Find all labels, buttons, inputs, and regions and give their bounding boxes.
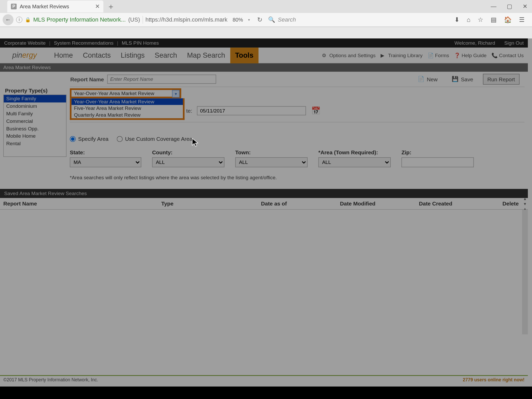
col-date-as-of[interactable]: Date as of bbox=[258, 201, 337, 207]
area-note: *Area searches will only reflect listing… bbox=[70, 175, 524, 181]
county-select[interactable]: ALL bbox=[152, 157, 224, 167]
logo[interactable]: pinergy bbox=[0, 51, 49, 60]
property-type-item[interactable]: Mobile Home bbox=[4, 132, 66, 140]
tab-title: Area Market Reviews bbox=[20, 4, 69, 10]
date-input[interactable] bbox=[197, 106, 306, 115]
black-fill bbox=[0, 387, 532, 399]
dropdown-option[interactable]: Five-Year Area Market Review bbox=[71, 105, 183, 112]
area-select[interactable]: ALL bbox=[318, 157, 391, 167]
phone-icon: 📞 bbox=[491, 52, 497, 58]
gear-icon: ⚙ bbox=[322, 52, 328, 58]
property-type-item[interactable]: Business Opp. bbox=[4, 125, 66, 132]
topbar-welcome: Welcome, Richard bbox=[455, 40, 495, 46]
report-name-label: Report Name bbox=[8, 76, 104, 82]
col-delete: Delete bbox=[493, 201, 522, 207]
col-date-created[interactable]: Date Created bbox=[416, 201, 493, 207]
browser-chrome: P Area Market Reviews ✕ ＋ — ▢ ✕ ← i 🔒 ML… bbox=[0, 0, 532, 38]
browser-search[interactable]: 🔍 Search bbox=[265, 16, 451, 23]
dropdown-list: Year-Over-Year Area Market ReviewFive-Ye… bbox=[70, 98, 185, 120]
separator bbox=[143, 16, 143, 24]
close-window-icon[interactable]: ✕ bbox=[523, 3, 527, 10]
run-report-button[interactable]: Run Report bbox=[483, 74, 520, 85]
menu-icon[interactable]: ☰ bbox=[519, 16, 525, 23]
lock-icon: 🔒 bbox=[25, 17, 31, 23]
report-type-dropdown[interactable]: Year-Over-Year Area Market Review ▾ Year… bbox=[70, 88, 185, 120]
app: Corporate Website | System Recommendatio… bbox=[0, 38, 528, 383]
county-label: County: bbox=[152, 149, 224, 156]
page-viewport: Corporate Website | System Recommendatio… bbox=[0, 38, 532, 399]
reload-icon[interactable]: ↻ bbox=[257, 16, 262, 23]
help-icon: ❓ bbox=[454, 52, 460, 58]
scroll-arrows[interactable]: ▲▼▲ bbox=[522, 197, 528, 211]
forms-link[interactable]: 📄Forms bbox=[428, 52, 449, 58]
new-button[interactable]: 📄New bbox=[413, 74, 442, 85]
home-nav-icon[interactable]: 🏠 bbox=[504, 16, 512, 23]
browser-tab[interactable]: P Area Market Reviews ✕ bbox=[7, 1, 103, 12]
col-date-modified[interactable]: Date Modified bbox=[337, 201, 416, 207]
dropdown-option[interactable]: Quarterly Area Market Review bbox=[71, 112, 183, 118]
sign-out-link[interactable]: Sign Out bbox=[504, 40, 524, 46]
zip-input[interactable] bbox=[402, 157, 474, 167]
new-tab-button[interactable]: ＋ bbox=[107, 1, 115, 12]
maximize-icon[interactable]: ▢ bbox=[507, 3, 512, 10]
breadcrumb: Area Market Reviews bbox=[0, 63, 528, 72]
back-button[interactable]: ← bbox=[3, 14, 14, 25]
property-type-header: Property Type(s) bbox=[3, 87, 66, 95]
nav-item-search[interactable]: Search bbox=[150, 47, 182, 63]
training-library-link[interactable]: ▶Training Library bbox=[381, 52, 422, 58]
dropdown-selected: Year-Over-Year Area Market Review bbox=[74, 90, 154, 96]
town-select[interactable]: ALL bbox=[235, 157, 308, 167]
nav-item-map-search[interactable]: Map Search bbox=[182, 47, 230, 63]
specify-area-radio[interactable]: Specify Area bbox=[70, 136, 109, 142]
save-button[interactable]: 💾Save bbox=[447, 74, 478, 85]
app-footer: ©2017 MLS Property Information Network, … bbox=[0, 375, 528, 383]
property-type-item[interactable]: Commercial bbox=[4, 117, 66, 125]
custom-coverage-radio[interactable]: Use Custom Coverage Area bbox=[117, 136, 192, 142]
home-icon[interactable]: ⌂ bbox=[467, 16, 471, 23]
site-identity[interactable]: MLS Property Information Network... bbox=[33, 16, 126, 23]
close-icon[interactable]: ✕ bbox=[95, 3, 100, 10]
site-country: (US) bbox=[128, 16, 140, 23]
col-report-name[interactable]: Report Name bbox=[0, 201, 158, 207]
minimize-icon[interactable]: — bbox=[491, 3, 496, 10]
url-text[interactable]: https://h3d.mlspin.com/mls.mark bbox=[145, 16, 227, 23]
dropdown-option[interactable]: Year-Over-Year Area Market Review bbox=[71, 98, 183, 105]
grid-body bbox=[0, 210, 528, 334]
search-icon: 🔍 bbox=[268, 16, 275, 23]
report-name-input[interactable] bbox=[107, 75, 216, 84]
save-page-icon[interactable]: ⬇ bbox=[454, 16, 460, 23]
library-icon[interactable]: ▤ bbox=[491, 16, 497, 23]
info-icon[interactable]: i bbox=[16, 17, 22, 23]
window-controls: — ▢ ✕ bbox=[491, 3, 527, 10]
tab-favicon: P bbox=[11, 4, 17, 9]
state-select[interactable]: MA bbox=[70, 157, 141, 167]
col-type[interactable]: Type bbox=[158, 201, 258, 207]
nav-item-home[interactable]: Home bbox=[49, 47, 78, 63]
document-icon: 📄 bbox=[428, 52, 433, 58]
nav-item-contacts[interactable]: Contacts bbox=[78, 47, 116, 63]
zoom-level[interactable]: 80% bbox=[232, 17, 243, 23]
topbar-link-pinhomes[interactable]: MLS PIN Homes bbox=[122, 40, 159, 46]
saved-searches-header: Saved Area Market Review Searches bbox=[0, 189, 528, 198]
chevron-down-icon[interactable]: ▾ bbox=[248, 18, 250, 22]
search-placeholder: Search bbox=[278, 16, 296, 23]
area-label: *Area (Town Required): bbox=[318, 149, 391, 156]
options-settings-link[interactable]: ⚙Options and Settings bbox=[322, 52, 376, 58]
calendar-icon[interactable]: 📅 bbox=[311, 106, 320, 115]
property-type-item[interactable]: Multi Family bbox=[4, 110, 66, 117]
topbar-link-corporate[interactable]: Corporate Website bbox=[4, 40, 46, 46]
property-type-list[interactable]: Single FamilyCondominiumMulti FamilyComm… bbox=[3, 95, 66, 157]
property-type-item[interactable]: Condominium bbox=[4, 102, 66, 110]
bookmark-icon[interactable]: ☆ bbox=[478, 16, 483, 23]
chevron-down-icon[interactable]: ▾ bbox=[172, 90, 179, 97]
property-type-item[interactable]: Rental bbox=[4, 140, 66, 147]
nav-item-tools[interactable]: Tools bbox=[230, 47, 258, 63]
topbar-link-sysrec[interactable]: System Recommendations bbox=[54, 40, 113, 46]
nav-right: ⚙Options and Settings ▶Training Library … bbox=[322, 52, 528, 58]
tab-strip: P Area Market Reviews ✕ ＋ — ▢ ✕ bbox=[0, 0, 532, 13]
help-guide-link[interactable]: ❓Help Guide bbox=[454, 52, 487, 58]
contact-us-link[interactable]: 📞Contact Us bbox=[491, 52, 524, 58]
nav-item-listings[interactable]: Listings bbox=[116, 47, 150, 63]
property-type-item[interactable]: Single Family bbox=[4, 95, 66, 103]
footer-online-count: 2779 users online right now! bbox=[463, 377, 525, 382]
